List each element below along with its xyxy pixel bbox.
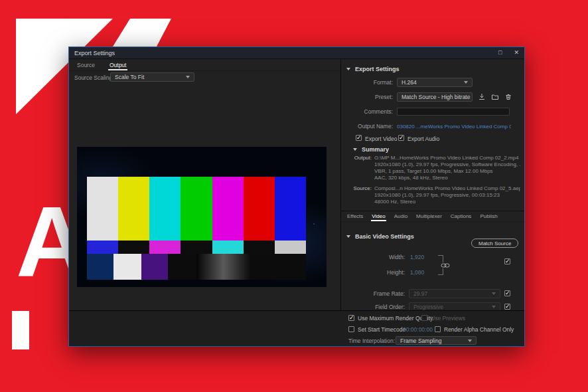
match-source-button[interactable]: Match Source <box>471 239 518 248</box>
basic-video-settings-header[interactable]: Basic Video Settings <box>346 232 414 241</box>
close-button[interactable]: ✕ <box>514 50 519 56</box>
smpte-mid-row <box>87 241 306 254</box>
section-title-export-settings: Export Settings <box>355 66 400 72</box>
summary-source-group: Source:Composi...n HomeWorks Promo Video… <box>352 185 520 205</box>
tab-output[interactable]: Output <box>108 59 128 70</box>
summary-output-label: Output: <box>352 155 372 161</box>
window-title: Export Settings <box>74 50 115 56</box>
render-quality-row: Use Maximum Render Quality Use Previews <box>69 314 524 323</box>
chevron-down-icon <box>464 81 468 84</box>
frame-rate-dropdown: 29.97 <box>409 289 500 298</box>
height-value: 1,080 <box>410 269 424 276</box>
titlebar[interactable]: Export Settings □ ✕ <box>69 47 524 59</box>
chevron-down-icon <box>492 292 496 295</box>
source-scaling-value: Scale To Fit <box>115 74 144 80</box>
set-start-timecode-checkbox[interactable] <box>348 326 354 332</box>
chevron-down-icon <box>346 68 350 70</box>
adobe-logo-fragment <box>12 311 29 349</box>
time-interpolation-value: Frame Sampling <box>400 338 441 344</box>
import-preset-folder-icon[interactable] <box>491 93 499 101</box>
height-label: Height: <box>341 269 405 276</box>
export-toggles-row: Export Video Export Audio <box>341 134 524 144</box>
summary-line: 48000 Hz, Stereo <box>352 199 520 205</box>
tab-publish[interactable]: Publish <box>479 211 498 221</box>
width-row: Width: 1,920 <box>341 252 524 262</box>
export-settings-section-header[interactable]: Export Settings <box>346 64 400 74</box>
tab-effects[interactable]: Effects <box>346 211 364 221</box>
settings-tab-bar: Effects Video Audio Multiplexer Captions… <box>341 211 524 222</box>
tab-captions[interactable]: Captions <box>450 211 473 221</box>
preview-pane: Source Output Source Scaling: Scale To F… <box>69 59 340 310</box>
tab-multiplexer[interactable]: Multiplexer <box>415 211 443 221</box>
summary-block: Output:G:\MP M...HomeWorks Promo Video L… <box>352 155 520 209</box>
frame-rate-checkbox[interactable] <box>504 290 510 296</box>
tab-audio[interactable]: Audio <box>394 211 408 221</box>
chevron-down-icon <box>492 306 496 308</box>
timecode-row: Set Start Timecode 00:00:00:00 Render Al… <box>69 325 524 334</box>
export-settings-window: Export Settings □ ✕ Source Output Source… <box>68 47 525 347</box>
width-label: Width: <box>341 254 405 260</box>
comments-label: Comments: <box>341 108 393 115</box>
frame-rate-value: 29.97 <box>413 290 427 297</box>
summary-line: VBR, 1 pass, Target 10.00 Mbps, Max 12.0… <box>352 168 520 175</box>
summary-line: G:\MP M...HomeWorks Promo Video Linked C… <box>374 155 518 161</box>
smpte-bottom-row <box>87 254 306 280</box>
export-video-checkbox[interactable] <box>356 135 362 141</box>
height-row: Height: 1,080 <box>341 267 524 278</box>
width-value: 1,920 <box>410 254 424 260</box>
comments-input[interactable] <box>397 108 510 116</box>
render-alpha-checkbox[interactable] <box>435 326 441 332</box>
frame-rate-row: Frame Rate: 29.97 <box>341 288 524 299</box>
desktop-background: Ad Export Settings □ ✕ Source Output Sou… <box>0 0 588 392</box>
summary-section-header[interactable]: Summary <box>353 145 389 154</box>
use-maximum-render-quality-checkbox[interactable] <box>348 315 354 321</box>
save-preset-icon[interactable] <box>478 93 486 101</box>
chevron-down-icon <box>353 148 357 151</box>
comments-row: Comments: <box>341 106 524 117</box>
chevron-down-icon <box>468 340 472 342</box>
tab-source[interactable]: Source <box>76 59 96 70</box>
export-settings-pane: Export Settings Format: H.264 Preset: Ma… <box>340 59 524 310</box>
chevron-down-icon <box>346 235 350 238</box>
summary-line: Composi...n HomeWorks Promo Video Linked… <box>374 185 520 191</box>
maximize-button[interactable]: □ <box>498 50 502 56</box>
summary-output-group: Output:G:\MP M...HomeWorks Promo Video L… <box>352 155 520 181</box>
format-row: Format: H.264 <box>341 77 524 88</box>
window-controls: □ ✕ <box>498 50 519 56</box>
preview-tab-bar: Source Output <box>69 59 340 71</box>
start-timecode-value: 00:00:00:00 <box>403 326 433 333</box>
smpte-top-row <box>87 177 306 241</box>
tab-video[interactable]: Video <box>371 211 386 221</box>
render-alpha-label: Render Alpha Channel Only <box>444 326 514 333</box>
format-dropdown[interactable]: H.264 <box>397 78 473 87</box>
summary-line: 1920x1080 (1.0), 29.97 fps, Progressive,… <box>352 161 520 168</box>
field-order-checkbox[interactable] <box>504 304 510 310</box>
summary-line: 1920x1080 (1.0), 29.97 fps, Progressive,… <box>352 192 520 199</box>
smpte-color-bars <box>87 177 306 280</box>
time-interpolation-label: Time Interpolation: <box>348 338 395 344</box>
source-scaling-row: Source Scaling: Scale To Fit <box>69 71 340 83</box>
output-name-row: Output Name: 030820 ...meWorks Promo Vid… <box>341 121 524 132</box>
source-scaling-label: Source Scaling: <box>74 74 114 81</box>
output-name-label: Output Name: <box>341 123 393 130</box>
time-interpolation-row: Time Interpolation: Frame Sampling <box>69 336 524 345</box>
export-audio-checkbox[interactable] <box>398 135 404 141</box>
export-video-label: Export Video <box>365 136 398 142</box>
field-order-value: Progressive <box>413 304 443 310</box>
preset-value: Match Source - High bitrate <box>402 94 470 100</box>
link-width-height-icon[interactable] <box>441 262 450 268</box>
width-height-checkbox[interactable] <box>504 258 510 264</box>
video-preview[interactable] <box>77 147 327 287</box>
frame-rate-label: Frame Rate: <box>341 290 405 297</box>
export-audio-label: Export Audio <box>407 136 439 142</box>
format-value: H.264 <box>402 79 417 86</box>
preset-dropdown[interactable]: Match Source - High bitrate <box>397 92 473 102</box>
delete-preset-trash-icon[interactable] <box>504 93 512 101</box>
use-previews-label: Use Previews <box>431 315 465 322</box>
summary-line: AAC, 320 kbps, 48 kHz, Stereo <box>352 175 520 181</box>
field-order-label: Field Order: <box>341 304 405 310</box>
time-interpolation-dropdown[interactable]: Frame Sampling <box>396 336 477 345</box>
source-scaling-dropdown[interactable]: Scale To Fit <box>110 72 194 82</box>
output-name-link[interactable]: 030820 ...meWorks Promo Video Linked Com… <box>397 124 511 130</box>
use-previews-checkbox[interactable] <box>421 315 427 321</box>
